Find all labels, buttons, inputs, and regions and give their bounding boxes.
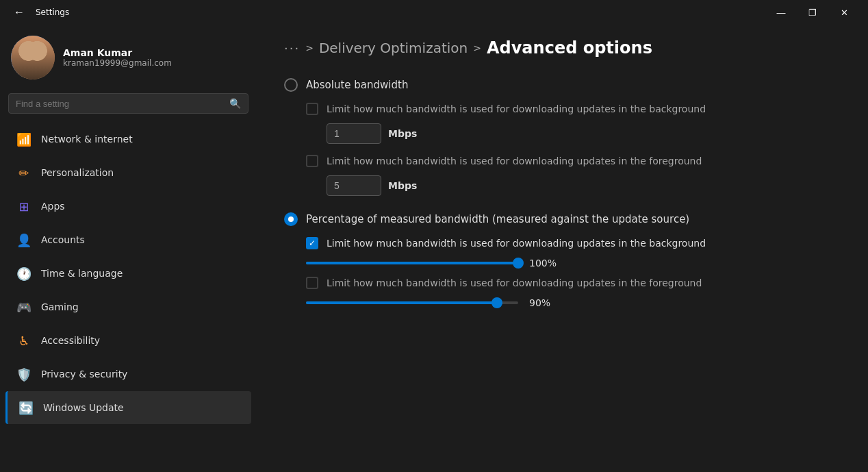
- update-icon: 🔄: [18, 400, 34, 415]
- bg-bandwidth-checkbox[interactable]: Limit how much bandwidth is used for dow…: [306, 103, 841, 115]
- search-input[interactable]: [16, 99, 229, 109]
- main-layout: Aman Kumar kraman19999@gmail.com 🔍 📶 Net…: [0, 25, 868, 472]
- pct-bg-checkbox-label: Limit how much bandwidth is used for dow…: [327, 238, 706, 249]
- breadcrumb-sep2: >: [473, 42, 481, 53]
- sidebar-item-label: Time & language: [41, 268, 123, 279]
- breadcrumb-dots[interactable]: ···: [284, 41, 300, 55]
- user-profile: Aman Kumar kraman19999@gmail.com: [0, 25, 257, 93]
- network-icon: 📶: [16, 132, 31, 147]
- percentage-sub-options: Limit how much bandwidth is used for dow…: [306, 237, 841, 308]
- absolute-bandwidth-label: Absolute bandwidth: [306, 79, 408, 91]
- privacy-icon: 🛡️: [16, 367, 31, 382]
- fg-mbps-unit: Mbps: [388, 180, 417, 191]
- bg-mbps-input[interactable]: [327, 123, 381, 144]
- bg-slider-row: 100%: [306, 258, 841, 269]
- sidebar-item-label: Personalization: [41, 167, 114, 178]
- sidebar-nav: 📶 Network & internet ✏️ Personalization …: [0, 122, 257, 425]
- pct-bg-checkbox-box: [306, 237, 318, 249]
- content-area: ··· > Delivery Optimization > Advanced o…: [257, 25, 868, 472]
- sidebar-item-apps[interactable]: ⊞ Apps: [5, 190, 251, 223]
- personalization-icon: ✏️: [16, 165, 31, 180]
- pct-fg-checkbox[interactable]: Limit how much bandwidth is used for dow…: [306, 277, 841, 289]
- sidebar-item-label: Gaming: [41, 301, 79, 312]
- bg-mbps-unit: Mbps: [388, 128, 417, 139]
- titlebar: ← Settings — ❐ ✕: [0, 0, 868, 25]
- breadcrumb: ··· > Delivery Optimization > Advanced o…: [284, 38, 841, 58]
- bg-mbps-row: Mbps: [327, 123, 841, 144]
- sidebar: Aman Kumar kraman19999@gmail.com 🔍 📶 Net…: [0, 25, 257, 472]
- gaming-icon: 🎮: [16, 299, 31, 314]
- user-name: Aman Kumar: [63, 47, 246, 58]
- breadcrumb-sep1: >: [305, 42, 314, 53]
- pct-fg-checkbox-label: Limit how much bandwidth is used for dow…: [327, 277, 702, 288]
- percentage-bandwidth-radio[interactable]: Percentage of measured bandwidth (measur…: [284, 212, 841, 226]
- accounts-icon: 👤: [16, 232, 31, 247]
- bg-slider-fill: [306, 262, 518, 264]
- back-icon: ←: [14, 6, 25, 18]
- sidebar-item-label: Network & internet: [41, 134, 133, 145]
- minimize-button[interactable]: —: [765, 1, 797, 23]
- close-button[interactable]: ✕: [828, 1, 860, 23]
- sidebar-item-label: Windows Update: [43, 402, 124, 413]
- absolute-sub-options: Limit how much bandwidth is used for dow…: [306, 103, 841, 196]
- sidebar-item-accounts[interactable]: 👤 Accounts: [5, 223, 251, 256]
- sidebar-item-privacy[interactable]: 🛡️ Privacy & security: [5, 358, 251, 390]
- absolute-radio-circle: [284, 78, 298, 92]
- sidebar-item-label: Apps: [41, 201, 65, 212]
- fg-bandwidth-checkbox[interactable]: Limit how much bandwidth is used for dow…: [306, 155, 841, 167]
- sidebar-item-time[interactable]: 🕐 Time & language: [5, 257, 251, 290]
- fg-slider-row: 90%: [306, 297, 841, 308]
- search-icon: 🔍: [229, 98, 241, 109]
- bg-slider-thumb[interactable]: [513, 258, 524, 269]
- accessibility-icon: ♿: [16, 333, 31, 348]
- fg-slider-fill: [306, 301, 497, 304]
- back-button[interactable]: ←: [8, 3, 30, 21]
- fg-slider-track[interactable]: [306, 301, 518, 304]
- fg-slider-thumb[interactable]: [492, 297, 502, 308]
- maximize-button[interactable]: ❐: [797, 1, 828, 23]
- pct-fg-checkbox-box: [306, 277, 318, 289]
- avatar: [11, 36, 55, 79]
- apps-icon: ⊞: [16, 199, 31, 214]
- window-controls: — ❐ ✕: [765, 1, 860, 23]
- fg-checkbox-label: Limit how much bandwidth is used for dow…: [327, 156, 702, 166]
- percentage-radio-circle: [284, 212, 298, 226]
- fg-mbps-input[interactable]: [327, 175, 381, 196]
- sidebar-item-accessibility[interactable]: ♿ Accessibility: [5, 324, 251, 357]
- breadcrumb-parent[interactable]: Delivery Optimization: [319, 40, 468, 56]
- sidebar-item-label: Accounts: [41, 234, 85, 245]
- sidebar-item-network[interactable]: 📶 Network & internet: [5, 123, 251, 156]
- app-title: Settings: [36, 8, 69, 17]
- sidebar-item-personalization[interactable]: ✏️ Personalization: [5, 156, 251, 189]
- sidebar-item-label: Privacy & security: [41, 369, 127, 380]
- pct-bg-checkbox[interactable]: Limit how much bandwidth is used for dow…: [306, 237, 841, 249]
- bg-checkbox-label: Limit how much bandwidth is used for dow…: [327, 103, 706, 114]
- search-container: 🔍: [0, 93, 257, 122]
- sidebar-item-windows-update[interactable]: 🔄 Windows Update: [5, 391, 251, 424]
- fg-mbps-row: Mbps: [327, 175, 841, 196]
- bg-slider-value: 100%: [529, 258, 557, 269]
- absolute-bandwidth-radio[interactable]: Absolute bandwidth: [284, 78, 841, 92]
- percentage-bandwidth-group: Percentage of measured bandwidth (measur…: [284, 212, 841, 308]
- bg-slider-track[interactable]: [306, 262, 518, 264]
- fg-checkbox-box: [306, 155, 318, 167]
- user-info: Aman Kumar kraman19999@gmail.com: [63, 47, 246, 68]
- fg-slider-value: 90%: [529, 297, 557, 308]
- bg-checkbox-box: [306, 103, 318, 115]
- breadcrumb-current: Advanced options: [487, 38, 652, 58]
- absolute-bandwidth-group: Absolute bandwidth Limit how much bandwi…: [284, 78, 841, 196]
- percentage-bandwidth-label: Percentage of measured bandwidth (measur…: [306, 213, 689, 225]
- search-box[interactable]: 🔍: [8, 93, 248, 114]
- sidebar-item-gaming[interactable]: 🎮 Gaming: [5, 290, 251, 323]
- time-icon: 🕐: [16, 266, 31, 281]
- sidebar-item-label: Accessibility: [41, 335, 100, 346]
- user-email: kraman19999@gmail.com: [63, 58, 246, 68]
